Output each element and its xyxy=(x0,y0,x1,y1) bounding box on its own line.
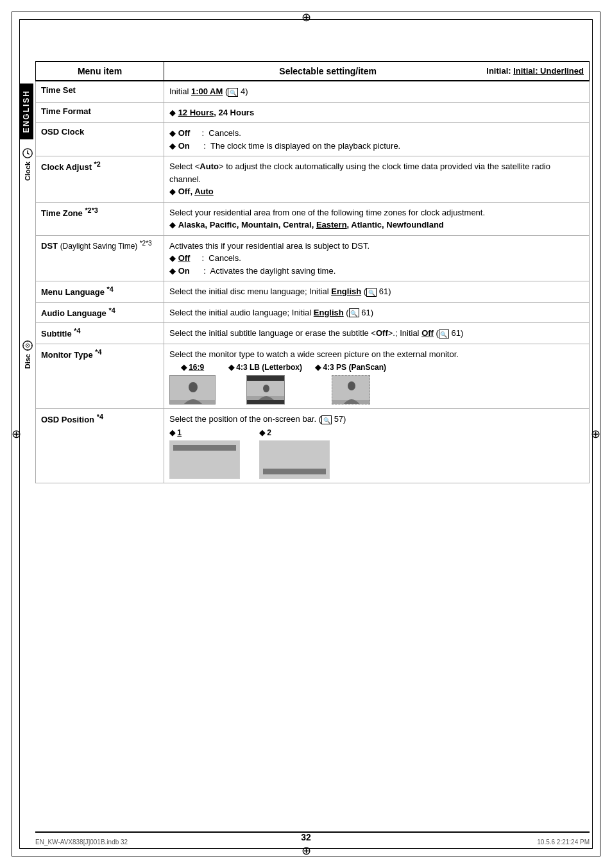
setting-dst: Activates this if your residential area … xyxy=(164,235,590,281)
monitor-43-lb: ◆ 4:3 LB (Letterbox) xyxy=(228,363,302,405)
selectable-header: Selectable setting/item xyxy=(279,66,377,76)
table-row: Time Set Initial 1:00 AM (🔍 4) xyxy=(36,81,590,102)
page-number: 32 xyxy=(301,832,311,842)
settings-table: Menu item Selectable setting/item Initia… xyxy=(35,61,590,483)
svg-point-17 xyxy=(263,385,269,392)
table-row: Clock Adjust *2 Select <Auto> to adjust … xyxy=(36,156,590,203)
menu-item-osd-clock: OSD Clock xyxy=(36,123,164,156)
monitor-type-images: ◆ 16:9 xyxy=(169,363,584,405)
svg-rect-21 xyxy=(332,400,370,405)
table-row: Subtitle *4 Select the initial subtitle … xyxy=(36,323,590,344)
table-row: Time Zone *2*3 Select your residential a… xyxy=(36,202,590,235)
setting-time-zone: Select your residential area from one of… xyxy=(164,202,590,235)
setting-time-set: Initial 1:00 AM (🔍 4) xyxy=(164,81,590,102)
monitor-person-16-9 xyxy=(170,376,216,405)
disc-icon xyxy=(22,340,33,351)
monitor-screen-16-9 xyxy=(169,375,216,405)
setting-menu-language: Select the initial disc menu language; I… xyxy=(164,281,590,303)
menu-item-time-zone: Time Zone *2*3 xyxy=(36,202,164,235)
menu-item-subtitle: Subtitle *4 xyxy=(36,323,164,344)
disc-text: Disc xyxy=(24,354,31,369)
initial-note: Initial: Initial: Underlined xyxy=(486,66,584,76)
setting-time-format: ◆ 12 Hours, 24 Hours xyxy=(164,102,590,123)
svg-rect-16 xyxy=(247,400,285,405)
disc-sidebar-label: Disc xyxy=(21,340,35,369)
clock-sidebar-label: Clock xyxy=(21,147,35,181)
table-row: Monitor Type *4 Select the monitor type … xyxy=(36,344,590,409)
osd-bar-top xyxy=(173,445,236,451)
svg-rect-13 xyxy=(170,400,216,405)
setting-clock-adjust: Select <Auto> to adjust the clock automa… xyxy=(164,156,590,203)
svg-point-6 xyxy=(27,345,28,346)
menu-item-dst: DST (Daylight Saving Time) *2*3 xyxy=(36,235,164,281)
target-right-icon: ⊕ xyxy=(591,427,600,441)
table-row: Time Format ◆ 12 Hours, 24 Hours xyxy=(36,102,590,123)
setting-subtitle: Select the initial subtitle language or … xyxy=(164,323,590,344)
svg-rect-15 xyxy=(247,376,285,381)
osd-position-1: ◆ 1 xyxy=(169,428,240,479)
osd-bar-bottom xyxy=(263,469,326,474)
osd-position-2: ◆ 2 xyxy=(259,428,330,479)
col-setting-header: Selectable setting/item Initial: Initial… xyxy=(164,62,590,81)
main-content: Menu item Selectable setting/item Initia… xyxy=(35,61,590,817)
monitor-person-43-lb xyxy=(247,376,285,405)
target-left-icon: ⊕ xyxy=(12,427,21,441)
setting-monitor-type: Select the monitor type to watch a wide … xyxy=(164,344,590,409)
monitor-screen-43-ps xyxy=(332,375,370,405)
monitor-43-ps: ◆ 4:3 PS (PanScan) xyxy=(315,363,386,405)
table-row: Menu Language *4 Select the initial disc… xyxy=(36,281,590,303)
target-bottom-icon: ⊕ xyxy=(302,845,311,856)
footer-line xyxy=(35,831,590,833)
col-menu-header: Menu item xyxy=(36,62,164,81)
setting-audio-language: Select the initial audio language; Initi… xyxy=(164,302,590,323)
table-header-row: Menu item Selectable setting/item Initia… xyxy=(36,62,590,81)
svg-point-12 xyxy=(189,382,198,392)
menu-item-time-set: Time Set xyxy=(36,81,164,102)
menu-item-clock-adjust: Clock Adjust *2 xyxy=(36,156,164,203)
osd-screen-1 xyxy=(169,440,240,479)
target-top-icon: ⊕ xyxy=(302,12,311,23)
english-tab: ENGLISH xyxy=(19,83,33,139)
menu-item-menu-language: Menu Language *4 xyxy=(36,281,164,303)
monitor-person-43-ps xyxy=(332,376,370,405)
monitor-screen-43-lb xyxy=(246,375,285,405)
clock-icon xyxy=(22,147,33,159)
svg-point-20 xyxy=(348,381,355,390)
table-row: DST (Daylight Saving Time) *2*3 Activate… xyxy=(36,235,590,281)
table-row: OSD Position *4 Select the position of t… xyxy=(36,409,590,483)
table-row: OSD Clock ◆ Off : Cancels. ◆ On : The cl… xyxy=(36,123,590,156)
setting-osd-position: Select the position of the on-screen bar… xyxy=(164,409,590,483)
osd-screen-2 xyxy=(259,440,330,479)
osd-position-images: ◆ 1 ◆ 2 xyxy=(169,428,584,479)
menu-item-osd-position: OSD Position *4 xyxy=(36,409,164,483)
clock-text: Clock xyxy=(24,162,31,181)
monitor-16-9: ◆ 16:9 xyxy=(169,363,216,405)
setting-osd-clock: ◆ Off : Cancels. ◆ On : The clock time i… xyxy=(164,123,590,156)
footer-right: 10.5.6 2:21:24 PM xyxy=(537,839,590,846)
table-row: Audio Language *4 Select the initial aud… xyxy=(36,302,590,323)
menu-item-monitor-type: Monitor Type *4 xyxy=(36,344,164,409)
menu-item-audio-language: Audio Language *4 xyxy=(36,302,164,323)
footer-left: EN_KW-AVX838[J]001B.indb 32 xyxy=(35,839,128,846)
svg-point-3 xyxy=(27,153,28,154)
svg-rect-18 xyxy=(247,396,285,400)
menu-item-time-format: Time Format xyxy=(36,102,164,123)
